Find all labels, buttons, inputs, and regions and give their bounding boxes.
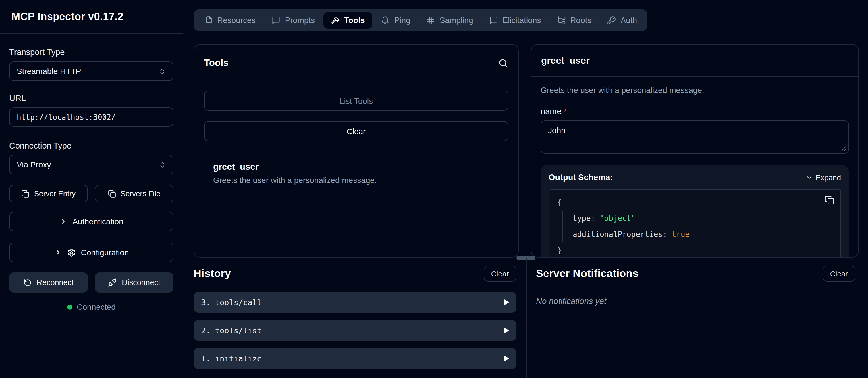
history-panel: History Clear 3. tools/call 2. tools/lis… [183, 258, 527, 378]
notifications-title: Server Notifications [536, 267, 639, 280]
output-schema-section: Output Schema: Expand { type: "object" a… [540, 165, 849, 257]
code-key: additionalProperties [573, 230, 663, 239]
reconnect-label: Reconnect [36, 278, 73, 287]
chevrons-up-down-icon [159, 161, 166, 168]
tool-detail-header: greet_user [531, 45, 858, 77]
field-label-text: name [540, 107, 561, 116]
tab-label: Elicitations [503, 15, 541, 25]
tool-name: greet_user [213, 162, 499, 172]
message-square-icon [272, 16, 280, 24]
history-title: History [194, 267, 231, 280]
history-item-label: 3. tools/call [201, 298, 262, 307]
tools-panel: Tools List Tools Clear greet_user Greets… [194, 44, 519, 257]
status-label: Connected [77, 302, 116, 311]
copy-icon [22, 190, 30, 198]
tool-detail-title: greet_user [541, 55, 590, 66]
code-value-string: "object" [600, 214, 636, 222]
tool-detail-panel: greet_user Greets the user with a person… [531, 44, 859, 257]
required-marker: * [564, 107, 567, 116]
authentication-label: Authentication [72, 217, 123, 226]
gear-icon [67, 248, 76, 257]
tab-elicitations[interactable]: Elicitations [482, 12, 549, 28]
name-field-value: John [548, 126, 565, 135]
tab-resources[interactable]: Resources [196, 12, 263, 28]
key-icon [608, 16, 616, 24]
history-item-label: 1. initialize [201, 354, 262, 363]
disconnect-label: Disconnect [122, 278, 160, 287]
clear-tools-button[interactable]: Clear [204, 121, 508, 141]
configuration-toggle[interactable]: Configuration [9, 243, 174, 262]
tab-auth[interactable]: Auth [600, 12, 645, 28]
history-item[interactable]: 1. initialize [194, 348, 517, 369]
resize-grip-icon[interactable] [841, 146, 847, 151]
code-value-boolean: true [672, 230, 690, 239]
history-item[interactable]: 2. tools/list [194, 320, 517, 341]
play-icon [504, 356, 509, 362]
code-entry: type: "object" [573, 211, 832, 226]
tab-roots[interactable]: Roots [550, 12, 598, 28]
notifications-empty-message: No notifications yet [536, 297, 855, 306]
app-window: MCP Inspector v0.17.2 Transport Type Str… [0, 0, 868, 378]
tab-tools[interactable]: Tools [323, 12, 373, 28]
transport-type-label: Transport Type [9, 47, 174, 57]
message-square-icon [490, 16, 498, 24]
tab-sampling[interactable]: Sampling [419, 12, 481, 28]
play-icon [504, 328, 509, 333]
connection-type-select[interactable]: Via Proxy [9, 155, 174, 174]
tab-ping[interactable]: Ping [374, 12, 418, 28]
code-indent-block: type: "object" additionalProperties: tru… [562, 211, 832, 242]
list-tools-button[interactable]: List Tools [204, 91, 508, 111]
server-entry-button[interactable]: Server Entry [9, 185, 88, 203]
tools-panel-body: List Tools Clear greet_user Greets the u… [194, 81, 518, 194]
tools-panel-title: Tools [204, 57, 229, 68]
url-input[interactable]: http://localhost:3002/ [9, 107, 174, 127]
code-close-brace: } [557, 243, 832, 257]
tab-label: Roots [570, 15, 591, 25]
disconnect-button[interactable]: Disconnect [95, 272, 174, 293]
server-notifications-panel: Server Notifications Clear No notificati… [527, 258, 868, 378]
code-key: type [573, 214, 591, 222]
search-icon[interactable] [498, 58, 508, 68]
servers-file-button[interactable]: Servers File [95, 185, 174, 203]
tab-label: Prompts [285, 15, 315, 25]
sidebar-body: Transport Type Streamable HTTP URL http:… [0, 47, 183, 311]
chevron-right-icon [59, 217, 67, 226]
authentication-toggle[interactable]: Authentication [9, 212, 174, 231]
copy-icon[interactable] [825, 196, 834, 205]
url-value: http://localhost:3002/ [17, 113, 116, 121]
tab-label: Ping [394, 15, 410, 25]
notifications-clear-button[interactable]: Clear [823, 266, 855, 282]
app-title: MCP Inspector v0.17.2 [11, 11, 124, 23]
sidebar: MCP Inspector v0.17.2 Transport Type Str… [0, 0, 183, 378]
chevrons-up-down-icon [159, 67, 166, 75]
history-item-label: 2. tools/list [201, 326, 262, 335]
chevron-right-icon [54, 248, 62, 256]
code-separator: : [591, 214, 600, 222]
url-label: URL [9, 94, 174, 103]
hammer-icon [331, 16, 340, 24]
connection-type-label: Connection Type [9, 141, 174, 150]
output-schema-label: Output Schema: [549, 173, 613, 182]
reconnect-button[interactable]: Reconnect [9, 272, 88, 293]
history-header: History Clear [194, 266, 517, 282]
expand-toggle[interactable]: Expand [805, 173, 841, 181]
code-separator: : [663, 230, 672, 239]
transport-type-select[interactable]: Streamable HTTP [9, 61, 174, 81]
unplug-icon [108, 278, 117, 287]
servers-file-label: Servers File [121, 189, 161, 198]
tool-list-item[interactable]: greet_user Greets the user with a person… [204, 162, 508, 185]
name-field-label: name * [540, 107, 849, 116]
notifications-header: Server Notifications Clear [536, 266, 855, 282]
tab-label: Tools [344, 15, 365, 25]
tab-label: Auth [621, 15, 638, 25]
tool-detail-description: Greets the user with a personalized mess… [540, 85, 849, 95]
history-item[interactable]: 3. tools/call [194, 292, 517, 313]
history-clear-button[interactable]: Clear [484, 266, 517, 282]
tab-prompts[interactable]: Prompts [264, 12, 322, 28]
hash-icon [427, 16, 435, 24]
files-icon [204, 16, 213, 24]
connection-type-value: Via Proxy [17, 160, 51, 169]
name-field-input[interactable]: John [540, 121, 849, 154]
bell-icon [381, 16, 390, 24]
chevron-down-icon [805, 173, 813, 181]
